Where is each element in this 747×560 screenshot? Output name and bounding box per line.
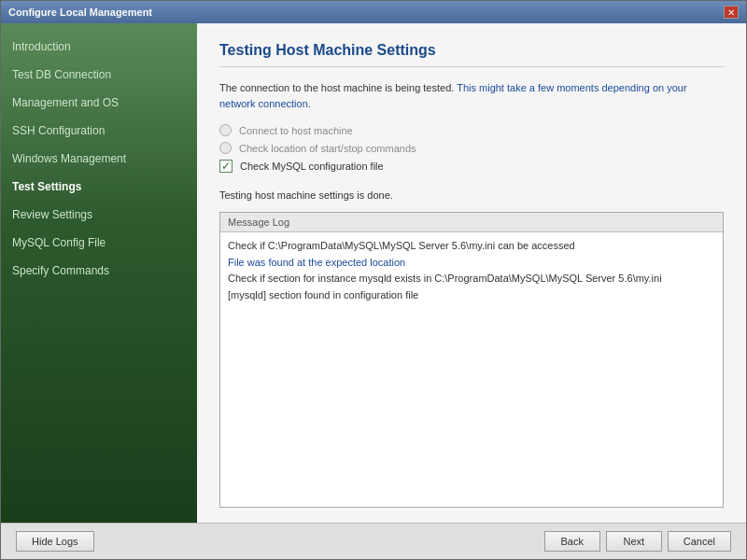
footer-right: Back Next Cancel bbox=[544, 531, 731, 552]
sidebar-item-specify-commands[interactable]: Specify Commands bbox=[1, 257, 197, 285]
main-window: Configure Local Management ✕ Introductio… bbox=[0, 0, 747, 560]
checkbox-mysql-config[interactable]: ✓ Check MySQL configuration file bbox=[219, 160, 724, 173]
footer: Hide Logs Back Next Cancel bbox=[1, 523, 746, 559]
sidebar-item-ssh-configuration[interactable]: SSH Configuration bbox=[1, 117, 197, 145]
main-panel: Testing Host Machine Settings The connec… bbox=[197, 23, 746, 523]
radio-connect-to-host: Connect to host machine bbox=[219, 124, 724, 136]
sidebar-item-management-and-os[interactable]: Management and OS bbox=[1, 89, 197, 117]
log-wrapper: Check if C:\ProgramData\MySQL\MySQL Serv… bbox=[220, 232, 723, 507]
message-log-label: Message Log bbox=[220, 213, 723, 232]
hide-logs-button[interactable]: Hide Logs bbox=[16, 531, 94, 552]
sidebar-item-introduction[interactable]: Introduction bbox=[1, 33, 197, 61]
radio-group: Connect to host machine Check location o… bbox=[219, 124, 724, 178]
checkbox-mysql-label: Check MySQL configuration file bbox=[240, 161, 384, 172]
sidebar-item-test-settings[interactable]: Test Settings bbox=[1, 173, 197, 201]
sidebar-item-mysql-config-file[interactable]: MySQL Config File bbox=[1, 229, 197, 257]
sidebar-item-windows-management[interactable]: Windows Management bbox=[1, 145, 197, 173]
panel-title: Testing Host Machine Settings bbox=[219, 42, 724, 67]
content-area: IntroductionTest DB ConnectionManagement… bbox=[1, 23, 746, 523]
message-log-section: Message Log Check if C:\ProgramData\MySQ… bbox=[219, 212, 724, 508]
radio-check-location: Check location of start/stop commands bbox=[219, 142, 724, 154]
description-text: The connection to the host machine is be… bbox=[219, 80, 724, 111]
radio-circle-connect bbox=[219, 124, 232, 136]
status-text: Testing host machine settings is done. bbox=[219, 189, 724, 201]
checkbox-check-icon: ✓ bbox=[219, 160, 233, 173]
footer-left: Hide Logs bbox=[16, 531, 94, 552]
title-bar: Configure Local Management ✕ bbox=[1, 1, 746, 23]
radio-connect-label: Connect to host machine bbox=[239, 125, 353, 136]
close-button[interactable]: ✕ bbox=[724, 6, 739, 19]
window-title: Configure Local Management bbox=[8, 7, 152, 18]
next-button[interactable]: Next bbox=[606, 531, 662, 552]
radio-location-label: Check location of start/stop commands bbox=[239, 143, 416, 154]
sidebar-item-test-db-connection[interactable]: Test DB Connection bbox=[1, 61, 197, 89]
log-line: [mysqld] section found in configuration … bbox=[228, 287, 715, 304]
log-line: File was found at the expected location bbox=[228, 255, 715, 272]
back-button[interactable]: Back bbox=[544, 531, 600, 552]
message-log-content[interactable]: Check if C:\ProgramData\MySQL\MySQL Serv… bbox=[220, 232, 723, 507]
cancel-button[interactable]: Cancel bbox=[668, 531, 731, 552]
log-line: Check if C:\ProgramData\MySQL\MySQL Serv… bbox=[228, 238, 715, 255]
sidebar-item-review-settings[interactable]: Review Settings bbox=[1, 201, 197, 229]
sidebar: IntroductionTest DB ConnectionManagement… bbox=[1, 23, 197, 523]
log-line: Check if section for instance mysqld exi… bbox=[228, 271, 715, 287]
radio-circle-location bbox=[219, 142, 232, 154]
description-part1: The connection to the host machine is be… bbox=[219, 82, 454, 93]
